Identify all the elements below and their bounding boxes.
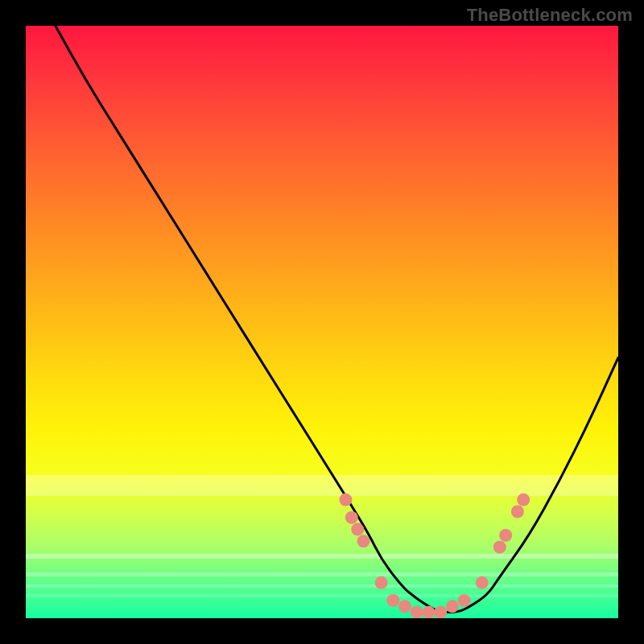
curve-marker <box>386 594 399 607</box>
curve-marker <box>458 594 471 607</box>
chart-frame: TheBottleneck.com <box>0 0 644 644</box>
curve-marker <box>351 523 364 536</box>
curve-marker <box>446 600 459 613</box>
curve-marker <box>499 529 512 542</box>
curve-marker <box>345 511 358 524</box>
curve-markers <box>339 493 530 618</box>
curve-marker <box>411 606 423 618</box>
curve-marker <box>493 541 506 554</box>
curve-marker <box>517 493 530 506</box>
curve-marker <box>357 535 370 547</box>
watermark-label: TheBottleneck.com <box>467 5 633 26</box>
curve-marker <box>476 576 489 589</box>
curve-marker <box>398 600 411 613</box>
curve-marker <box>375 576 388 589</box>
curve-marker <box>434 606 447 618</box>
plot-area <box>26 26 618 618</box>
curve-layer <box>26 26 618 618</box>
curve-marker <box>339 493 352 506</box>
bottleneck-curve <box>56 26 618 613</box>
curve-marker <box>423 606 436 618</box>
curve-marker <box>511 506 524 518</box>
